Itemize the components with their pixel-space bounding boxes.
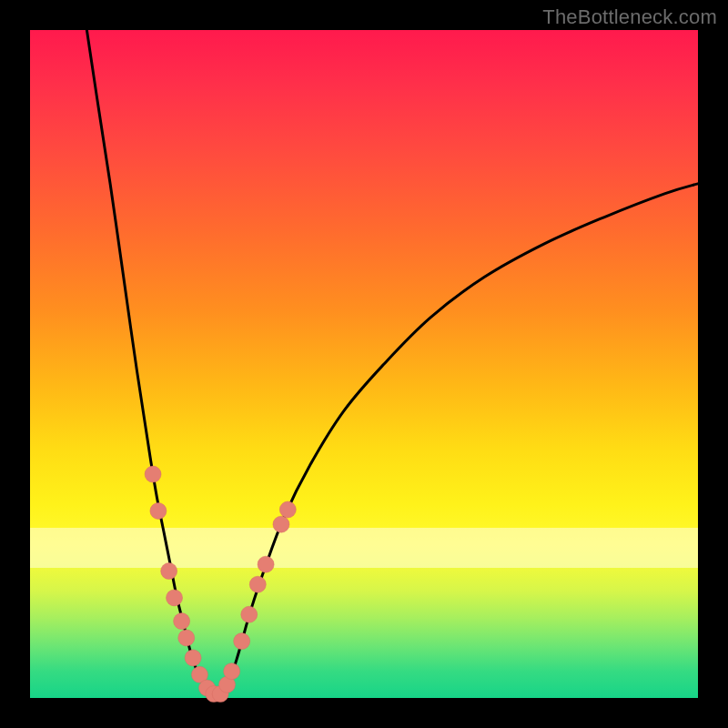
data-dot [258, 556, 274, 572]
data-dot [161, 563, 177, 580]
left-branch-curve [86, 30, 217, 696]
data-dot [167, 590, 183, 606]
watermark-text: TheBottleneck.com [542, 5, 717, 29]
data-dot [206, 686, 222, 703]
data-dot [219, 676, 236, 693]
right-branch-curve [217, 184, 698, 696]
data-dot [224, 663, 240, 680]
data-dot [212, 686, 228, 703]
data-dot [178, 630, 195, 646]
data-dot [185, 650, 201, 666]
data-dot [174, 613, 190, 630]
data-dot [150, 502, 167, 519]
curves-svg [30, 30, 698, 698]
plot-area [30, 30, 698, 698]
data-dot [241, 606, 258, 622]
dots-group [145, 466, 296, 702]
data-dot [273, 516, 289, 532]
data-dot [145, 466, 161, 482]
chart-outer-frame: TheBottleneck.com [0, 0, 728, 728]
data-dot [234, 633, 250, 650]
data-dot [279, 501, 296, 518]
data-dot [249, 576, 266, 592]
data-dot [199, 680, 216, 696]
pale-band [30, 528, 698, 568]
data-dot [191, 666, 207, 682]
